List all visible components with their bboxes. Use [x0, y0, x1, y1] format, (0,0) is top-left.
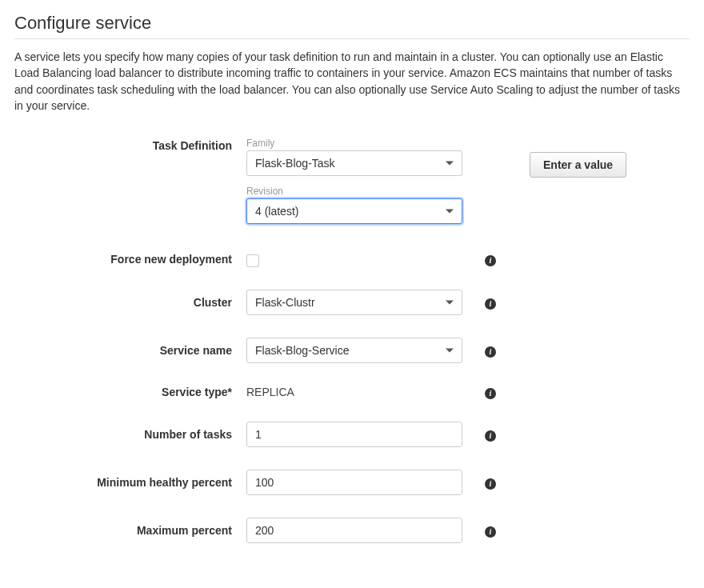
- label-max-percent: Maximum percent: [14, 518, 246, 537]
- select-cluster[interactable]: Flask-Clustr: [246, 290, 462, 315]
- select-service-name[interactable]: Flask-Blog-Service: [246, 338, 462, 363]
- page-description: A service lets you specify how many copi…: [14, 49, 690, 114]
- info-icon[interactable]: i: [485, 388, 496, 399]
- row-min-healthy-percent: Minimum healthy percent i: [14, 470, 690, 495]
- row-task-definition: Task Definition Family Flask-Blog-Task R…: [14, 138, 690, 224]
- info-icon[interactable]: i: [485, 430, 496, 442]
- info-icon[interactable]: i: [485, 526, 496, 538]
- chevron-down-icon: [446, 210, 454, 214]
- page-title: Configure service: [14, 13, 690, 39]
- row-max-percent: Maximum percent i: [14, 518, 690, 543]
- label-min-healthy-percent: Minimum healthy percent: [14, 470, 246, 489]
- input-max-percent[interactable]: [246, 518, 462, 543]
- label-force-new-deployment: Force new deployment: [14, 246, 246, 266]
- row-force-new-deployment: Force new deployment i: [14, 246, 690, 267]
- chevron-down-icon: [446, 301, 454, 305]
- info-icon[interactable]: i: [485, 478, 496, 490]
- select-service-name-value: Flask-Blog-Service: [255, 344, 349, 357]
- checkbox-force-new-deployment[interactable]: [246, 254, 259, 267]
- service-form: Task Definition Family Flask-Blog-Task R…: [14, 138, 690, 543]
- label-service-name: Service name: [14, 338, 246, 357]
- input-min-healthy-percent[interactable]: [246, 470, 462, 495]
- info-icon[interactable]: i: [485, 255, 496, 266]
- row-number-of-tasks: Number of tasks i: [14, 422, 690, 447]
- value-service-type: REPLICA: [246, 386, 478, 398]
- input-number-of-tasks[interactable]: [246, 422, 462, 447]
- row-service-type: Service type* REPLICA i: [14, 386, 690, 399]
- chevron-down-icon: [446, 162, 454, 166]
- info-icon[interactable]: i: [485, 298, 496, 310]
- row-cluster: Cluster Flask-Clustr i: [14, 290, 690, 315]
- chevron-down-icon: [446, 349, 454, 353]
- enter-value-button[interactable]: Enter a value: [530, 152, 626, 178]
- label-cluster: Cluster: [14, 290, 246, 309]
- label-task-definition: Task Definition: [14, 138, 246, 152]
- label-family: Family: [246, 138, 478, 149]
- label-number-of-tasks: Number of tasks: [14, 422, 246, 441]
- select-task-family[interactable]: Flask-Blog-Task: [246, 150, 462, 176]
- label-revision: Revision: [246, 186, 478, 197]
- info-icon[interactable]: i: [485, 346, 496, 358]
- select-task-family-value: Flask-Blog-Task: [255, 157, 335, 170]
- label-service-type: Service type*: [14, 386, 246, 398]
- select-task-revision[interactable]: 4 (latest): [246, 198, 462, 224]
- select-task-revision-value: 4 (latest): [255, 205, 298, 218]
- select-cluster-value: Flask-Clustr: [255, 296, 315, 309]
- row-service-name: Service name Flask-Blog-Service i: [14, 338, 690, 363]
